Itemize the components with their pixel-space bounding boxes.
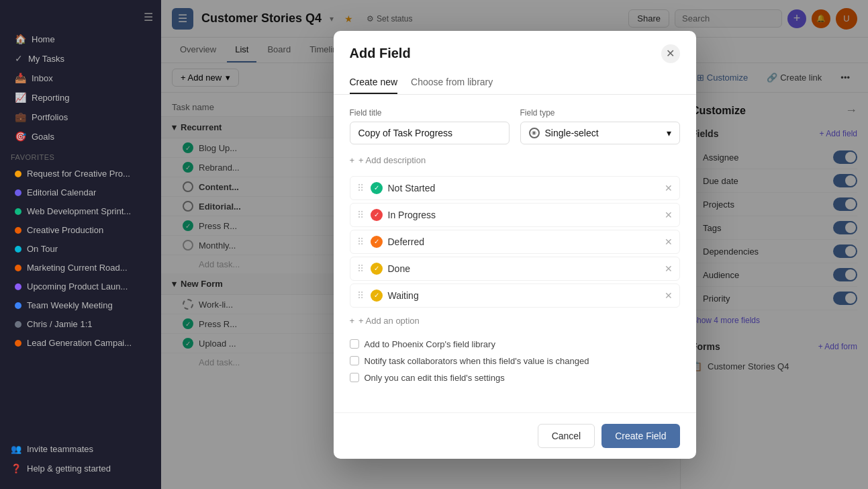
modal-header: Add Field ✕ [334, 31, 696, 63]
checkbox-cb3[interactable]: Only you can edit this field's settings [350, 373, 680, 383]
checkbox-input[interactable] [350, 356, 359, 365]
option-row-deferred[interactable]: ⠿ ✓ Deferred ✕ [350, 230, 680, 254]
sidebar-bottom-invite[interactable]: 👥Invite teammates [0, 439, 161, 459]
option-color-dot: ✓ [371, 263, 383, 275]
my-tasks-icon: ✓ [15, 53, 23, 64]
sidebar-item-portfolios[interactable]: 💼Portfolios [4, 107, 157, 126]
sidebar-item-lead-gen[interactable]: Lead Generation Campai... [4, 334, 157, 352]
sidebar-bottom-items: 👥Invite teammates❓Help & getting started [0, 439, 161, 478]
dot-icon [15, 321, 21, 328]
dot-icon [15, 340, 21, 347]
option-color-dot: ✓ [371, 182, 383, 194]
option-row-waiting[interactable]: ⠿ ✓ Waiting ✕ [350, 283, 680, 308]
sidebar-item-upcoming-prod[interactable]: Upcoming Product Laun... [4, 277, 157, 296]
tab-create-new[interactable]: Create new [350, 71, 398, 94]
sidebar-item-label: My Tasks [28, 54, 64, 64]
remove-option-icon[interactable]: ✕ [665, 290, 673, 301]
close-icon[interactable]: ✕ [661, 44, 680, 63]
sidebar-item-label: Help & getting started [27, 463, 111, 474]
dot-icon [15, 246, 21, 253]
sidebar-nav: 🏠Home✓My Tasks📥Inbox📈Reporting💼Portfolio… [0, 29, 161, 146]
sidebar-item-goals[interactable]: 🎯Goals [4, 127, 157, 146]
option-name: Deferred [388, 236, 659, 247]
checkbox-input[interactable] [350, 339, 359, 349]
remove-option-icon[interactable]: ✕ [665, 263, 673, 274]
sidebar-item-label: Marketing Current Road... [27, 263, 128, 273]
dot-icon [15, 283, 21, 290]
drag-handle-icon[interactable]: ⠿ [357, 210, 364, 220]
sidebar-item-team-weekly[interactable]: Team Weekly Meeting [4, 296, 157, 314]
field-title-label: Field title [350, 108, 510, 118]
drag-handle-icon[interactable]: ⠿ [357, 236, 364, 247]
option-name: Done [388, 263, 659, 274]
checkbox-label: Only you can edit this field's settings [365, 373, 505, 383]
option-row-in-progress[interactable]: ⠿ ✓ In Progress ✕ [350, 203, 680, 227]
checkbox-label: Add to Phoenix Corp's field library [365, 339, 495, 349]
sidebar-item-creative-prod[interactable]: Creative Production [4, 221, 157, 239]
sidebar-item-label: Team Weekly Meeting [27, 300, 113, 310]
option-color-dot: ✓ [371, 290, 383, 302]
sidebar-item-label: Inbox [32, 73, 53, 83]
sidebar-item-label: Chris / Jamie 1:1 [27, 319, 93, 329]
sidebar-item-label: Editorial Calendar [27, 187, 96, 197]
modal-body: Field title Field type ◉ Single-select [334, 95, 696, 412]
main-content: ☰ Customer Stories Q4 ▾ ★ ⚙ Set status S… [161, 0, 868, 489]
sidebar-item-label: Lead Generation Campai... [27, 338, 132, 348]
drag-handle-icon[interactable]: ⠿ [357, 183, 364, 193]
option-color-dot: ✓ [371, 209, 383, 221]
option-name: In Progress [388, 210, 659, 220]
field-form-row: Field title Field type ◉ Single-select [350, 108, 680, 144]
field-title-group: Field title [350, 108, 510, 144]
sidebar-item-label: Portfolios [32, 112, 68, 122]
remove-option-icon[interactable]: ✕ [665, 183, 673, 193]
sidebar-item-inbox[interactable]: 📥Inbox [4, 69, 157, 87]
add-description-button[interactable]: + + Add description [350, 155, 680, 165]
remove-option-icon[interactable]: ✕ [665, 236, 673, 247]
sidebar-item-on-tour[interactable]: On Tour [4, 240, 157, 258]
dot-icon [15, 265, 21, 271]
modal-overlay: Add Field ✕ Create new Choose from libra… [161, 0, 868, 489]
hamburger-icon[interactable]: ☰ [144, 11, 153, 24]
sidebar-favorites: Request for Creative Pro...Editorial Cal… [0, 164, 161, 353]
drag-handle-icon[interactable]: ⠿ [357, 263, 364, 274]
dot-icon [15, 227, 21, 234]
cancel-button[interactable]: Cancel [538, 424, 595, 448]
field-type-select[interactable]: ◉ Single-select ▾ [520, 122, 680, 144]
checkbox-input[interactable] [350, 373, 359, 382]
sidebar-item-marketing[interactable]: Marketing Current Road... [4, 259, 157, 277]
sidebar: ☰ 🏠Home✓My Tasks📥Inbox📈Reporting💼Portfol… [0, 0, 161, 489]
dot-icon [15, 171, 21, 177]
tab-library[interactable]: Choose from library [411, 71, 493, 94]
option-row-done[interactable]: ⠿ ✓ Done ✕ [350, 257, 680, 281]
create-field-button[interactable]: Create Field [601, 424, 679, 448]
goals-icon: 🎯 [15, 131, 26, 142]
drag-handle-icon[interactable]: ⠿ [357, 290, 364, 301]
field-type-label: Field type [520, 108, 680, 118]
field-type-value: Single-select [545, 128, 599, 138]
field-type-group: Field type ◉ Single-select ▾ [520, 108, 680, 144]
sidebar-bottom-help[interactable]: ❓Help & getting started [0, 459, 161, 478]
checkbox-cb1[interactable]: Add to Phoenix Corp's field library [350, 339, 680, 349]
option-name: Not Started [388, 183, 659, 193]
sidebar-item-reporting[interactable]: 📈Reporting [4, 88, 157, 107]
sidebar-item-label: Upcoming Product Laun... [27, 281, 128, 292]
sidebar-item-chris-jamie[interactable]: Chris / Jamie 1:1 [4, 315, 157, 333]
add-option-button[interactable]: + + Add an option [350, 316, 680, 326]
sidebar-item-web-dev[interactable]: Web Development Sprint... [4, 202, 157, 220]
remove-option-icon[interactable]: ✕ [665, 210, 673, 220]
sidebar-item-req-creative[interactable]: Request for Creative Pro... [4, 165, 157, 183]
sidebar-item-editorial-cal[interactable]: Editorial Calendar [4, 183, 157, 202]
sidebar-item-home[interactable]: 🏠Home [4, 30, 157, 48]
checkbox-label: Notify task collaborators when this fiel… [365, 356, 589, 366]
dot-icon [15, 189, 21, 196]
sidebar-item-label: Creative Production [27, 225, 103, 235]
chevron-down-icon: ▾ [667, 128, 671, 138]
sidebar-top: ☰ [0, 5, 161, 29]
sidebar-item-label: Request for Creative Pro... [27, 169, 130, 179]
add-field-modal: Add Field ✕ Create new Choose from libra… [334, 31, 696, 459]
plus-icon: + [350, 316, 355, 326]
checkbox-cb2[interactable]: Notify task collaborators when this fiel… [350, 356, 680, 366]
option-row-not-started[interactable]: ⠿ ✓ Not Started ✕ [350, 176, 680, 200]
field-title-input[interactable] [350, 122, 510, 144]
sidebar-item-my-tasks[interactable]: ✓My Tasks [4, 49, 157, 68]
